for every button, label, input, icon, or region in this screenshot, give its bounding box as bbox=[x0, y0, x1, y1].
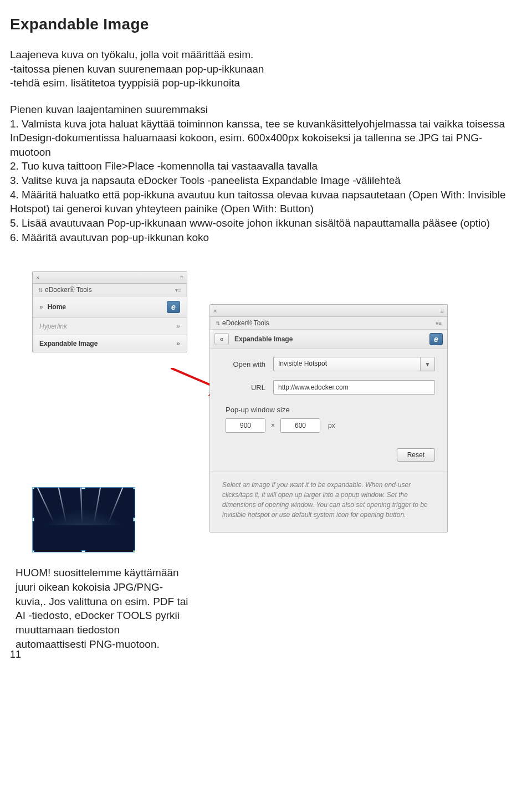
close-icon[interactable]: × bbox=[36, 274, 39, 281]
panel-row-home[interactable]: » Home e bbox=[33, 296, 187, 318]
resize-handle[interactable] bbox=[133, 550, 135, 552]
section-title: Expandable Image bbox=[234, 335, 293, 343]
times-icon: × bbox=[271, 422, 275, 429]
collapse-icon[interactable]: ≡ bbox=[441, 308, 444, 314]
intro-line-1: Laajeneva kuva on työkalu, jolla voit mä… bbox=[10, 48, 522, 62]
step-3: 3. Valitse kuva ja napsauta eDocker Tool… bbox=[10, 173, 522, 188]
panel-tab-title: eDocker® Tools bbox=[222, 319, 269, 327]
chevron-right-icon: » bbox=[39, 303, 43, 311]
chevron-right-icon: » bbox=[176, 340, 180, 347]
chevron-right-icon: » bbox=[176, 322, 180, 330]
back-button[interactable]: « bbox=[214, 333, 229, 345]
edocker-panel-small: × ≡ ⇅ eDocker® Tools ▾≡ » Home e Hyperli… bbox=[32, 271, 187, 352]
step-5: 5. Lisää avautuvaan Pop-up-ikkunaan www-… bbox=[10, 216, 522, 231]
panel-menu-icon[interactable]: ▾≡ bbox=[436, 320, 442, 326]
step-2: 2. Tuo kuva taittoon File>Place -komenno… bbox=[10, 159, 522, 173]
edocker-panel-large: × ≡ ⇅ eDocker® Tools ▾≡ « Expandable Ima… bbox=[209, 304, 448, 532]
updown-icon[interactable]: ⇅ bbox=[216, 320, 220, 326]
resize-handle[interactable] bbox=[133, 518, 135, 521]
px-label: px bbox=[328, 422, 335, 429]
open-with-label: Open with bbox=[222, 360, 273, 368]
panel-menu-icon[interactable]: ▾≡ bbox=[175, 287, 181, 293]
resize-handle[interactable] bbox=[32, 550, 34, 552]
panel-tab-title: eDocker® Tools bbox=[45, 286, 92, 294]
panel-row-label: Hyperlink bbox=[39, 322, 67, 330]
url-input[interactable] bbox=[273, 380, 435, 395]
intro-line-3: -tehdä esim. lisätitetoa tyyppisiä pop-u… bbox=[10, 76, 522, 90]
page-title: Expandable Image bbox=[10, 16, 522, 33]
popup-height-input[interactable] bbox=[280, 418, 320, 433]
step-1: 1. Valmista kuva jota haluat käyttää toi… bbox=[10, 117, 522, 160]
panel-row-label: Expandable Image bbox=[39, 340, 98, 347]
collapse-icon[interactable]: ≡ bbox=[180, 274, 183, 281]
edocker-badge: e bbox=[167, 301, 180, 313]
selected-image-frame[interactable]: 🔗 bbox=[32, 487, 135, 552]
popup-size-label: Pop-up window size bbox=[222, 403, 435, 418]
open-with-value: Invisible Hotspot bbox=[274, 357, 420, 371]
reset-button[interactable]: Reset bbox=[397, 448, 435, 462]
panel-row-label: Home bbox=[48, 303, 66, 311]
panel-row-hyperlink[interactable]: Hyperlink » bbox=[33, 318, 187, 335]
resize-handle[interactable] bbox=[32, 518, 34, 521]
popup-width-input[interactable] bbox=[226, 418, 265, 433]
intro-line-2: -taitossa pienen kuvan suurenemaan pop-u… bbox=[10, 62, 522, 76]
step-6: 6. Määritä avautuvan pop-up-ikkunan koko bbox=[10, 231, 522, 245]
close-icon[interactable]: × bbox=[213, 308, 217, 314]
step-4: 4. Määritä haluatko että pop-ikkuna avau… bbox=[10, 188, 522, 216]
url-label: URL bbox=[222, 383, 273, 392]
resize-handle[interactable] bbox=[32, 487, 34, 489]
panel-row-expandable-image[interactable]: Expandable Image » bbox=[33, 335, 187, 352]
updown-icon[interactable]: ⇅ bbox=[38, 287, 43, 293]
resize-handle[interactable] bbox=[81, 550, 85, 552]
note-text: HUOM! suosittelemme käyttämään juuri oik… bbox=[16, 566, 192, 651]
resize-handle[interactable] bbox=[133, 487, 135, 489]
open-with-select[interactable]: Invisible Hotspot ▼ bbox=[273, 357, 435, 371]
chevron-down-icon: ▼ bbox=[420, 357, 434, 371]
resize-handle[interactable] bbox=[81, 487, 85, 489]
sub-heading: Pienen kuvan laajentaminen suuremmaksi bbox=[10, 103, 522, 117]
help-text: Select an image if you want it to be exp… bbox=[210, 472, 447, 532]
edocker-badge: e bbox=[429, 333, 443, 345]
